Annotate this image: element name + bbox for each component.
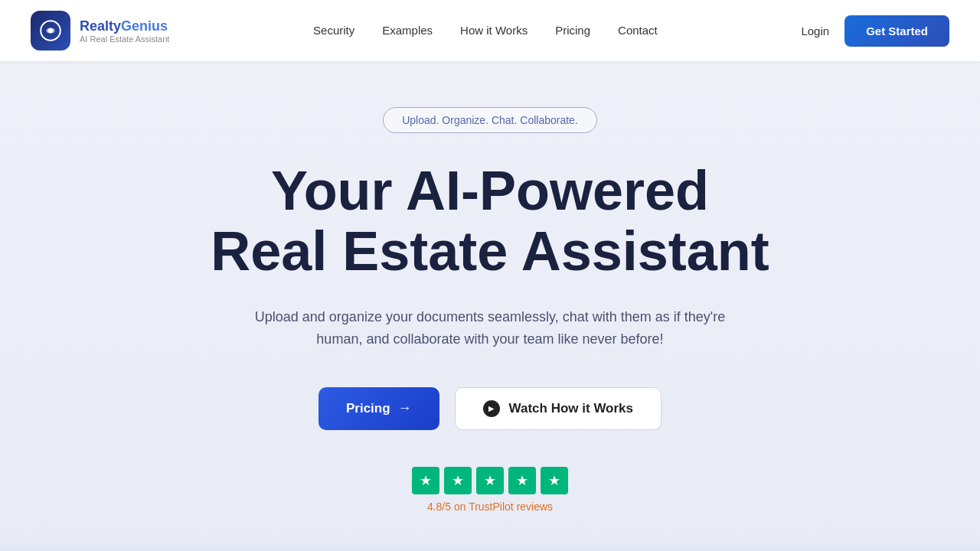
stars-row: ★ ★ ★ ★ ★ (412, 467, 568, 494)
star-2: ★ (444, 467, 472, 494)
hero-subtitle: Upload and organize your documents seaml… (245, 306, 735, 350)
trustpilot-text: 4.8/5 on TrustPilot reviews (427, 500, 553, 513)
nav-pricing[interactable]: Pricing (555, 24, 590, 37)
login-link[interactable]: Login (801, 24, 829, 37)
nav-examples[interactable]: Examples (382, 24, 433, 37)
hero-section: Upload. Organize. Chat. Collaborate. You… (0, 61, 980, 551)
navbar: RealtyGenius AI Real Estate Assistant Se… (0, 0, 980, 61)
nav-how-it-works[interactable]: How it Works (460, 24, 528, 37)
brand-tagline: AI Real Estate Assistant (80, 34, 169, 44)
nav-links: Security Examples How it Works Pricing C… (313, 24, 658, 37)
svg-point-1 (48, 28, 53, 33)
nav-actions: Login Get Started (801, 15, 949, 47)
star-4: ★ (508, 467, 536, 494)
get-started-button[interactable]: Get Started (844, 15, 949, 47)
hero-title: Your AI-Powered Real Estate Assistant (211, 161, 769, 282)
logo-icon (31, 11, 70, 51)
nav-security[interactable]: Security (313, 24, 354, 37)
play-icon: ▶ (483, 400, 500, 417)
star-1: ★ (412, 467, 439, 494)
star-5: ★ (541, 467, 568, 494)
bottom-section (0, 543, 980, 551)
watch-button[interactable]: ▶ Watch How it Works (455, 387, 662, 430)
hero-buttons: Pricing → ▶ Watch How it Works (318, 387, 662, 430)
logo[interactable]: RealtyGenius AI Real Estate Assistant (31, 11, 169, 51)
logo-text: RealtyGenius AI Real Estate Assistant (80, 18, 169, 44)
trustpilot-section: ★ ★ ★ ★ ★ 4.8/5 on TrustPilot reviews (412, 467, 568, 513)
pricing-button[interactable]: Pricing → (318, 387, 439, 430)
nav-contact[interactable]: Contact (618, 24, 658, 37)
hero-badge: Upload. Organize. Chat. Collaborate. (383, 107, 597, 133)
star-3: ★ (476, 467, 504, 494)
brand-name: RealtyGenius (80, 18, 169, 34)
arrow-icon: → (398, 400, 412, 416)
